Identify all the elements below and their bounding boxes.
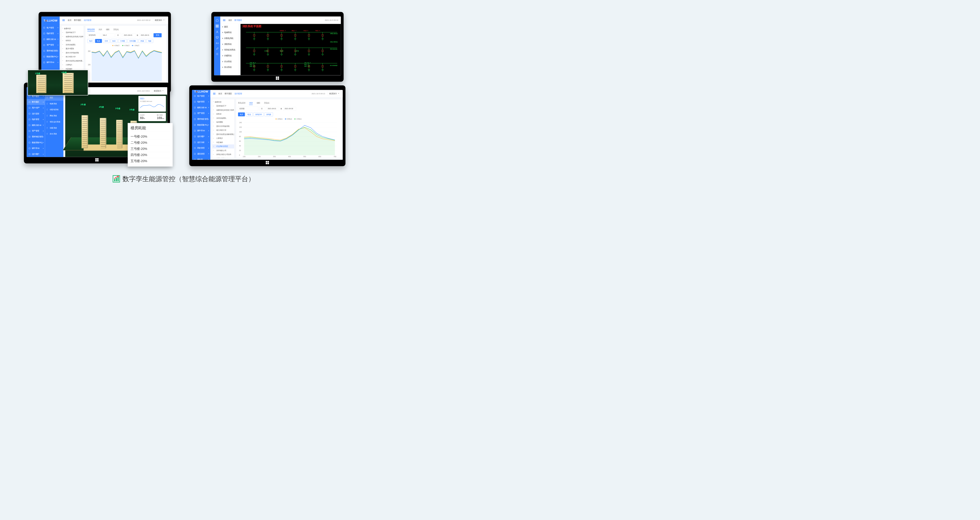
tree-node[interactable]: 展示智慧配电箱 bbox=[212, 157, 234, 158]
tab-pv[interactable]: 光伏 bbox=[99, 28, 102, 32]
tree-node[interactable]: 鸿富秦邦 bbox=[212, 140, 234, 144]
metric-chip[interactable]: 电量 bbox=[146, 39, 153, 43]
tree-node[interactable]: 美瑞士项目公司招商 bbox=[212, 152, 234, 157]
tree-node[interactable]: 销售部 bbox=[212, 112, 234, 116]
rail-item[interactable]: ⎆安防监控系统 bbox=[220, 47, 239, 53]
unit-select[interactable]: 日 bbox=[259, 106, 265, 111]
device-select[interactable]: 逆变器 bbox=[238, 106, 258, 111]
metric-chip[interactable]: 泄漏 bbox=[139, 39, 146, 43]
rail-item[interactable]: ⎕供配电系统 bbox=[45, 107, 64, 113]
tab-storage[interactable]: 储能 bbox=[106, 28, 110, 32]
metric-chip[interactable]: 功率因数 bbox=[128, 39, 138, 43]
search-button[interactable]: 查询 bbox=[154, 33, 162, 38]
tab-charging[interactable]: 充电站 bbox=[113, 28, 119, 32]
sidebar-item[interactable]: 需求响应管理▾ bbox=[27, 134, 45, 140]
tree-root[interactable]: 泰豪科技 bbox=[62, 27, 84, 31]
tree-node[interactable]: 泰豪科技(深圳)电力技术有 bbox=[62, 35, 84, 39]
sidebar-item[interactable]: 客户管理▾ bbox=[41, 25, 60, 31]
menu-icon[interactable] bbox=[213, 93, 216, 95]
tree-node[interactable]: 南方科技大学 bbox=[212, 128, 234, 132]
sidebar-item[interactable]: 需求响应管理▾ bbox=[41, 48, 60, 54]
tab-power[interactable]: 配电监控 bbox=[238, 101, 245, 105]
rail-item[interactable]: ⎕安防监控系统 bbox=[45, 119, 64, 125]
rail-item[interactable]: ⎆供配电系统 bbox=[220, 35, 239, 41]
home-icon[interactable] bbox=[216, 19, 219, 22]
sidebar-item[interactable]: 运行监控▾ bbox=[27, 111, 45, 117]
sidebar-item[interactable]: 能耗分析·BI▾ bbox=[27, 122, 45, 128]
org-tree[interactable]: 泰豪科技 亚洲米家天下泰豪科技(深圳)电力技术有销售部深圳供地团队福华医院贵州大… bbox=[212, 99, 234, 158]
windows-button[interactable] bbox=[275, 76, 280, 80]
date-from[interactable]: 2021-08-01 bbox=[123, 33, 135, 37]
chart-icon[interactable] bbox=[216, 41, 219, 44]
tree-node[interactable]: 贵州文创置业发展有限… bbox=[62, 59, 84, 63]
building-4[interactable] bbox=[100, 118, 106, 148]
menu-icon[interactable] bbox=[223, 19, 226, 21]
building-3[interactable] bbox=[116, 120, 123, 148]
metric-chip[interactable]: 发电量 bbox=[265, 113, 273, 116]
gear-icon[interactable] bbox=[216, 52, 219, 55]
sidebar-item[interactable]: 电价管理▾ bbox=[27, 117, 45, 122]
metric-chip[interactable]: 电流 bbox=[95, 39, 102, 43]
mode-selector[interactable]: 能源演示 bbox=[152, 89, 165, 93]
monitor-icon[interactable] bbox=[216, 36, 219, 39]
sidebar-item[interactable]: 碳中和·BI▾ bbox=[41, 60, 60, 65]
tree-node[interactable]: 深圳供地团队 bbox=[62, 43, 84, 47]
tree-node[interactable]: 重庆中医院 bbox=[62, 47, 84, 51]
tree-node[interactable]: 福华医院 bbox=[212, 120, 234, 124]
user-icon[interactable] bbox=[216, 31, 219, 33]
date-to[interactable]: 2021-08-31 bbox=[139, 33, 153, 37]
menu-icon[interactable] bbox=[62, 19, 65, 21]
sidebar-item[interactable]: 能耗分析·BI▾ bbox=[41, 36, 60, 42]
rail-item[interactable]: ⎕网络系统 bbox=[45, 113, 64, 119]
sidebar-item[interactable]: 数据采集中心▾ bbox=[192, 122, 210, 128]
tree-node[interactable]: 深圳供地团队 bbox=[212, 116, 234, 120]
tree-node[interactable]: 南方科技大学 bbox=[62, 55, 84, 59]
metric-chip[interactable]: 力率图 bbox=[118, 39, 127, 43]
sidebar-item[interactable]: 用户/资产▾ bbox=[27, 105, 45, 111]
rail-item[interactable]: ⎆消防系统 bbox=[220, 41, 239, 47]
metric-chip[interactable]: 电压 bbox=[88, 39, 94, 43]
tree-node[interactable]: 贵州大学明德学院 bbox=[212, 124, 234, 128]
dept-select[interactable]: 部室车间 bbox=[88, 33, 100, 37]
sidebar-item[interactable]: 资产管理▾ bbox=[41, 42, 60, 48]
rail-item[interactable]: ⎆供暖系统 bbox=[220, 53, 239, 59]
sidebar-item[interactable]: 通讯管理▾ bbox=[192, 151, 210, 157]
metric-chip[interactable]: 电压 bbox=[238, 113, 245, 116]
tree-node[interactable]: 深圳项目公司 bbox=[212, 148, 234, 152]
tree-node[interactable]: 经适局科技园区 bbox=[212, 144, 234, 149]
area-select[interactable]: NA-2 bbox=[102, 33, 115, 37]
tree-node[interactable]: 泰豪科技(深圳)电力技术有 bbox=[212, 108, 234, 112]
tree-root[interactable]: 泰豪科技 bbox=[212, 100, 234, 104]
sidebar-item[interactable]: 数据采集中心▾ bbox=[41, 54, 60, 60]
tab-charging[interactable]: 充电站 bbox=[264, 101, 269, 105]
sidebar-item[interactable]: 需求响应管理▾ bbox=[192, 116, 210, 122]
date-to[interactable]: 2021-09-30 bbox=[283, 107, 296, 111]
rail-item[interactable]: ⎆供水系统 bbox=[220, 59, 239, 64]
tree-node[interactable]: 贵州文创置业发展有限公 bbox=[212, 132, 234, 136]
rail-item[interactable]: ⎆电梯系统 bbox=[220, 30, 239, 35]
tree-node[interactable]: 花样年家天下 bbox=[62, 31, 84, 35]
building-2[interactable] bbox=[81, 115, 88, 148]
grid-icon[interactable] bbox=[215, 24, 219, 28]
unit-select[interactable]: 日 bbox=[116, 33, 121, 37]
metric-chip[interactable]: 发电功率 bbox=[254, 113, 264, 116]
tree-node[interactable]: 贵州大学明德学院 bbox=[62, 51, 84, 55]
sidebar-item[interactable]: 资产管理▾ bbox=[27, 128, 45, 134]
sidebar-item[interactable]: 碳中和▾ bbox=[192, 157, 210, 160]
tab-power[interactable]: 配电监控 bbox=[88, 28, 95, 32]
rail-item[interactable]: ⎕电梯系统 bbox=[45, 101, 64, 107]
metric-chip[interactable]: 负荷 bbox=[110, 39, 117, 43]
sidebar-item[interactable]: 电价管理▾ bbox=[192, 99, 210, 105]
tree-node[interactable]: 久辉电力 bbox=[62, 63, 84, 67]
rail-item[interactable]: ⎕排水系统 bbox=[45, 131, 64, 137]
windows-button[interactable] bbox=[265, 161, 269, 165]
rail-item[interactable]: ⎆园区 bbox=[220, 24, 239, 30]
date-from[interactable]: 2021-09-01 bbox=[266, 107, 279, 111]
sidebar-item[interactable]: 数据采集中心▾ bbox=[27, 140, 45, 146]
sidebar-item[interactable]: 运行维护▾ bbox=[192, 134, 210, 140]
mode-selector[interactable]: 能源演示 bbox=[328, 91, 340, 96]
sidebar-item[interactable]: 运行分析▾ bbox=[192, 139, 210, 145]
metric-chip[interactable]: 电流 bbox=[246, 113, 253, 116]
sidebar-item[interactable]: 客户管理▾ bbox=[192, 93, 210, 99]
leaf-icon[interactable] bbox=[216, 47, 219, 50]
